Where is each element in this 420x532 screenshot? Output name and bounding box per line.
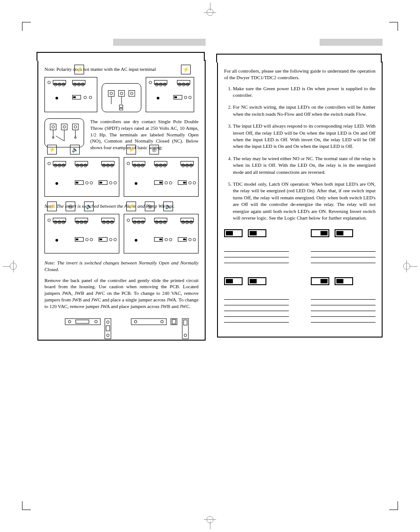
right-column: For all controllers, please use the foll… (217, 39, 383, 497)
logic-chart (224, 229, 376, 328)
svg-point-15 (74, 125, 77, 128)
jumper-120vac (130, 316, 179, 334)
svg-rect-26 (105, 319, 111, 339)
wiring-diagram-2: ⚡ ⊘⊘⊘ ⊘⊘⊘ (146, 77, 194, 112)
pump-icon: ◎ (149, 145, 159, 154)
wiring-diagram-5: ⚡ ◎ 🔈 ⊘⊘⊘ ⊘⊘⊘ ⊘⊘⊘ (44, 214, 119, 253)
switch-diagram-1 (102, 83, 141, 112)
operation-item-2: For NC switch wiring, the input LED's on… (233, 104, 376, 117)
lightning-icon: ⚡ (74, 65, 84, 74)
operation-item-4: The relay may be wired either NO or NC. … (233, 155, 376, 176)
svg-rect-12 (61, 124, 67, 130)
svg-rect-0 (108, 90, 114, 96)
svg-rect-2 (118, 90, 125, 96)
svg-rect-22 (65, 319, 100, 325)
invert-note-2: Note: The invert is switched changes bet… (44, 260, 199, 273)
svg-point-27 (107, 321, 109, 323)
page-content: Note: Polarity does not matter with the … (20, 18, 400, 514)
operation-list: Make sure the Green power LED is On when… (224, 85, 376, 222)
svg-rect-10 (50, 124, 56, 130)
wiring-diagram-1: ⚡ ⊘⊘⊘ ⊘⊘⊘ (44, 77, 97, 112)
svg-point-32 (161, 320, 163, 323)
svg-point-5 (130, 92, 133, 95)
left-section-tab (37, 52, 205, 61)
wiring-diagram-4: ⚡ ◎ ⊘⊘⊘ ⊘⊘⊘ ⊘⊘⊘ (124, 157, 199, 197)
left-section-box: Note: Polarity does not matter with the … (37, 60, 206, 341)
svg-rect-8 (119, 105, 123, 107)
jumper-240vac (64, 316, 113, 334)
svg-rect-30 (131, 319, 166, 325)
svg-point-37 (184, 334, 187, 337)
right-section-tab (216, 54, 382, 62)
logic-switch-group-4 (311, 277, 376, 285)
left-header-bar (113, 39, 206, 46)
jumper-diagrams (44, 316, 199, 334)
svg-rect-35 (182, 319, 188, 339)
svg-point-23 (68, 320, 71, 323)
svg-point-13 (63, 125, 66, 128)
svg-point-25 (95, 320, 97, 323)
svg-rect-9 (119, 108, 123, 110)
operation-item-3: The input LED will always respond to its… (233, 123, 376, 150)
svg-rect-28 (106, 326, 110, 331)
lightning-icon: ⚡ (126, 145, 136, 154)
right-header-bar (320, 39, 383, 46)
relay-terminal-diagram (44, 118, 84, 147)
left-column: Note: Polarity does not matter with the … (37, 39, 206, 497)
wiring-row-1: ⚡ ⊘⊘⊘ ⊘⊘⊘ (44, 77, 199, 112)
operation-intro: For all controllers, please use the foll… (224, 68, 376, 81)
speaker-icon: 🔈 (70, 145, 80, 154)
wiring-diagram-3: ⚡ 🔈 ⊘⊘⊘ ⊘⊘⊘ ⊘⊘⊘ (44, 157, 119, 197)
svg-rect-24 (76, 320, 89, 323)
wiring-row-3: ⚡ ◎ 🔈 ⊘⊘⊘ ⊘⊘⊘ ⊘⊘⊘ (44, 214, 199, 253)
pump-icon: ◎ (145, 202, 155, 211)
polarity-note: Note: Polarity does not matter with the … (44, 66, 199, 73)
svg-point-31 (134, 320, 137, 323)
svg-point-1 (110, 92, 113, 95)
svg-point-29 (107, 334, 109, 337)
svg-rect-34 (172, 319, 176, 324)
logic-switch-group-1 (224, 229, 289, 237)
logic-switch-group-2 (311, 229, 376, 237)
svg-line-19 (56, 136, 64, 141)
svg-rect-14 (72, 124, 78, 130)
right-section-box: For all controllers, please use the foll… (217, 62, 383, 338)
svg-point-3 (120, 92, 123, 95)
svg-rect-36 (184, 320, 187, 325)
operation-item-5: TDC model only, Latch ON operation: When… (233, 181, 376, 221)
lightning-icon: ⚡ (47, 145, 57, 154)
speaker-icon: 🔈 (84, 202, 94, 211)
operation-item-1: Make sure the Green power LED is On when… (233, 85, 376, 99)
jumper-paragraph: Remove the back panel of the controller … (44, 277, 199, 310)
wiring-diagram-6: ⚡ ◎ 🔈 ⊘⊘⊘ ⊘⊘⊘ ⊘⊘⊘ (124, 214, 199, 253)
lightning-icon: ⚡ (47, 202, 57, 211)
pump-icon: ◎ (66, 202, 75, 211)
lightning-icon: ⚡ (181, 65, 191, 74)
lightning-icon: ⚡ (126, 202, 136, 211)
speaker-icon: 🔈 (163, 202, 173, 211)
logic-switch-group-3 (224, 277, 289, 285)
wiring-row-2: ⚡ 🔈 ⊘⊘⊘ ⊘⊘⊘ ⊘⊘⊘ (44, 157, 199, 197)
svg-point-11 (52, 125, 55, 128)
svg-rect-4 (129, 90, 135, 96)
